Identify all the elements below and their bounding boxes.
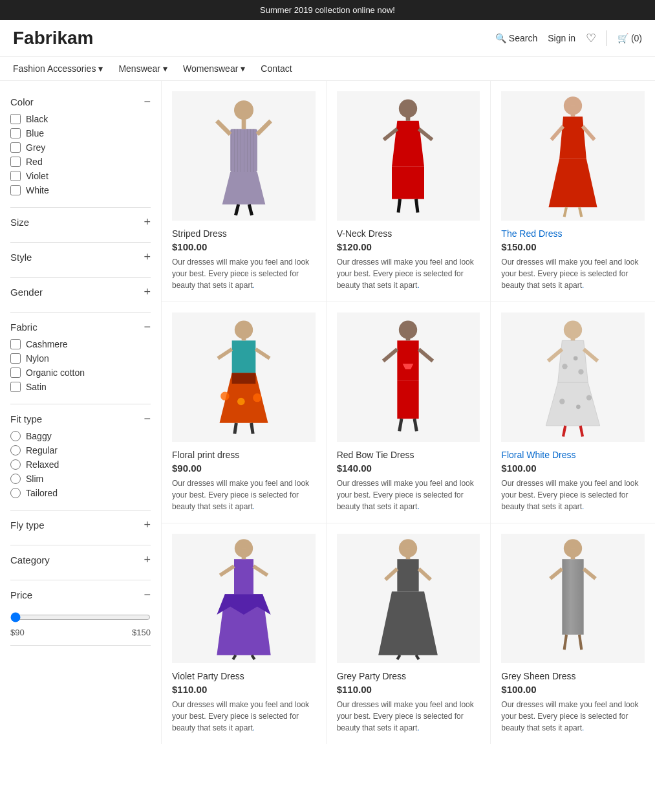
filter-fit-type-toggle: −	[144, 412, 151, 426]
svg-point-32	[253, 393, 261, 402]
filter-fabric-organic-cotton[interactable]: Organic cotton	[10, 368, 151, 378]
filter-fabric-organic-cotton-checkbox[interactable]	[10, 368, 21, 378]
product-description: Our dresses will make you feel and look …	[172, 699, 316, 734]
nav-fashion-accessories-label: Fashion Accessories	[13, 63, 96, 74]
search-button[interactable]: 🔍 Search	[495, 33, 537, 43]
svg-rect-80	[562, 559, 583, 635]
filter-fabric-cashmere-checkbox[interactable]	[10, 339, 21, 349]
filter-color-black-checkbox[interactable]	[10, 114, 21, 124]
filter-color-red[interactable]: Red	[10, 157, 151, 167]
filter-color-violet-checkbox[interactable]	[10, 171, 21, 181]
svg-rect-71	[398, 559, 419, 591]
svg-rect-39	[398, 340, 419, 381]
svg-line-82	[550, 569, 562, 578]
filter-fabric-satin[interactable]: Satin	[10, 382, 151, 392]
filter-price: Price − $90 $150	[10, 580, 151, 646]
filter-color-black-label: Black	[26, 114, 48, 124]
svg-marker-4	[222, 172, 265, 204]
filter-fit-regular-radio[interactable]	[10, 445, 21, 455]
svg-line-84	[564, 635, 566, 650]
wishlist-button[interactable]: ♡	[586, 31, 596, 45]
filter-fly-type: Fly type +	[10, 510, 151, 545]
filter-color-white-checkbox[interactable]	[10, 185, 21, 195]
price-max-label: $150	[132, 628, 151, 637]
filter-color-violet[interactable]: Violet	[10, 171, 151, 181]
product-name: Floral print dress	[172, 450, 316, 460]
filter-size-header[interactable]: Size +	[10, 215, 151, 229]
product-card[interactable]: Violet Party Dress $110.00 Our dresses w…	[162, 523, 326, 744]
filter-color-blue[interactable]: Blue	[10, 128, 151, 138]
filter-fit-type-options: Baggy Regular Relaxed Slim Tailored	[10, 431, 151, 498]
product-card[interactable]: The Red Dress $150.00 Our dresses will m…	[491, 81, 655, 302]
product-description: Our dresses will make you feel and look …	[501, 477, 645, 512]
filter-color-grey-checkbox[interactable]	[10, 142, 21, 153]
filter-fit-relaxed[interactable]: Relaxed	[10, 459, 151, 470]
filter-fabric-header[interactable]: Fabric −	[10, 320, 151, 334]
filter-fit-regular[interactable]: Regular	[10, 445, 151, 455]
product-name: V-Neck Dress	[337, 228, 480, 239]
filter-color-blue-checkbox[interactable]	[10, 128, 21, 138]
filter-fly-type-header[interactable]: Fly type +	[10, 518, 151, 532]
svg-line-43	[383, 349, 398, 361]
filter-fit-type: Fit type − Baggy Regular Relaxed	[10, 404, 151, 510]
nav-contact[interactable]: Contact	[261, 63, 292, 74]
filter-fit-slim-radio[interactable]	[10, 474, 21, 484]
svg-rect-29	[231, 373, 255, 384]
filter-fit-tailored-radio[interactable]	[10, 488, 21, 498]
filter-color-header[interactable]: Color −	[10, 95, 151, 109]
filter-fit-type-header[interactable]: Fit type −	[10, 412, 151, 426]
svg-line-46	[414, 419, 416, 431]
nav-fashion-accessories[interactable]: Fashion Accessories ▾	[13, 63, 103, 74]
svg-line-25	[579, 207, 581, 217]
filter-color-grey[interactable]: Grey	[10, 142, 151, 153]
product-image	[501, 91, 645, 221]
filter-color-black[interactable]: Black	[10, 114, 151, 124]
svg-point-31	[237, 398, 245, 406]
filter-price-header[interactable]: Price −	[10, 588, 151, 602]
product-card[interactable]: Floral White Dress $100.00 Our dresses w…	[491, 302, 655, 523]
filter-fabric-nylon[interactable]: Nylon	[10, 353, 151, 364]
search-label: Search	[509, 33, 537, 43]
product-card[interactable]: Floral print dress $90.00 Our dresses wi…	[162, 302, 326, 523]
product-card[interactable]: Grey Party Dress $110.00 Our dresses wil…	[327, 523, 491, 744]
svg-line-16	[398, 199, 400, 213]
filter-color-white[interactable]: White	[10, 185, 151, 195]
svg-line-75	[419, 569, 431, 580]
product-card[interactable]: V-Neck Dress $120.00 Our dresses will ma…	[327, 81, 491, 302]
main-nav: Fashion Accessories ▾ Menswear ▾ Womensw…	[0, 57, 655, 81]
nav-womenswear[interactable]: Womenswear ▾	[183, 63, 245, 74]
product-name: The Red Dress	[501, 228, 645, 239]
filter-fit-relaxed-radio[interactable]	[10, 459, 21, 470]
product-card[interactable]: Striped Dress $100.00 Our dresses will m…	[162, 81, 326, 302]
filter-color-toggle: −	[144, 95, 151, 109]
filter-fit-baggy[interactable]: Baggy	[10, 431, 151, 441]
header-divider	[607, 30, 607, 46]
svg-marker-19	[559, 116, 586, 159]
product-card[interactable]: Grey Sheen Dress $100.00 Our dresses wil…	[491, 523, 655, 744]
svg-rect-12	[392, 167, 424, 199]
svg-line-24	[564, 207, 566, 217]
filter-category-header[interactable]: Category +	[10, 553, 151, 567]
filter-fabric-cashmere[interactable]: Cashmere	[10, 339, 151, 349]
product-image	[172, 534, 316, 663]
cart-button[interactable]: 🛒 (0)	[617, 33, 642, 43]
svg-line-36	[235, 423, 237, 434]
filter-color-red-checkbox[interactable]	[10, 157, 21, 167]
filter-fabric-satin-checkbox[interactable]	[10, 382, 21, 392]
product-description: Our dresses will make you feel and look …	[337, 256, 480, 291]
nav-menswear[interactable]: Menswear ▾	[118, 63, 167, 74]
product-card[interactable]: Red Bow Tie Dress $140.00 Our dresses wi…	[327, 302, 491, 523]
sign-in-button[interactable]: Sign in	[548, 33, 575, 43]
filter-fit-baggy-radio[interactable]	[10, 431, 21, 441]
svg-rect-27	[231, 340, 255, 373]
search-icon: 🔍	[495, 33, 506, 43]
filter-size-label: Size	[10, 217, 29, 228]
svg-line-67	[253, 566, 268, 575]
filter-fit-tailored[interactable]: Tailored	[10, 488, 151, 498]
filter-gender-header[interactable]: Gender +	[10, 285, 151, 299]
filter-style-header[interactable]: Style +	[10, 250, 151, 264]
price-min-label: $90	[10, 628, 25, 637]
filter-fit-slim[interactable]: Slim	[10, 474, 151, 484]
filter-fabric-nylon-checkbox[interactable]	[10, 353, 21, 364]
price-range-slider[interactable]	[10, 612, 151, 622]
